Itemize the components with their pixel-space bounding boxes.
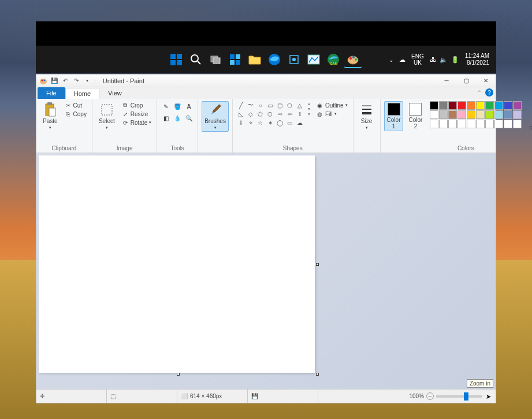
- shape-4star[interactable]: ✧: [246, 118, 255, 127]
- pencil-tool[interactable]: ✎: [161, 101, 171, 112]
- canvas-area[interactable]: [36, 153, 496, 389]
- zoom-out-button[interactable]: −: [426, 392, 434, 400]
- task-view-icon[interactable]: [207, 51, 224, 68]
- zoom-slider-thumb[interactable]: [464, 392, 468, 401]
- palette-color[interactable]: [494, 120, 503, 128]
- shape-callout-round[interactable]: ◯: [276, 118, 285, 127]
- palette-color[interactable]: [476, 101, 485, 110]
- shape-curve[interactable]: 〜: [246, 101, 255, 109]
- palette-color[interactable]: [467, 101, 475, 110]
- battery-icon[interactable]: 🔋: [451, 56, 459, 64]
- start-button[interactable]: [168, 51, 185, 68]
- shapes-scroll-up[interactable]: ▴: [308, 101, 310, 106]
- app-icon-2[interactable]: [305, 51, 322, 68]
- shape-polygon[interactable]: ⬠: [285, 101, 295, 109]
- palette-color[interactable]: [494, 110, 503, 119]
- select-button[interactable]: Select ▾: [96, 101, 118, 132]
- resize-handle-right[interactable]: [316, 263, 319, 266]
- shape-rect[interactable]: ▭: [266, 101, 275, 109]
- tab-view[interactable]: View: [99, 87, 131, 99]
- color2-button[interactable]: Color 2: [405, 101, 425, 131]
- palette-color[interactable]: [476, 110, 485, 119]
- cut-button[interactable]: ✂ Cut: [63, 101, 88, 109]
- save-icon[interactable]: 💾: [50, 76, 59, 86]
- shape-triangle[interactable]: △: [295, 101, 304, 109]
- shapes-scroll-down[interactable]: ▾: [308, 106, 310, 112]
- palette-color[interactable]: [485, 110, 494, 119]
- qat-dropdown-icon[interactable]: ▾: [83, 76, 92, 86]
- copy-button[interactable]: ⎘ Copy: [63, 110, 88, 118]
- palette-color[interactable]: [513, 110, 522, 119]
- rotate-button[interactable]: ⟳ Rotate ▾: [120, 118, 153, 127]
- file-explorer-icon[interactable]: [246, 51, 263, 68]
- tab-file[interactable]: File: [38, 87, 65, 99]
- shape-roundrect[interactable]: ▢: [276, 101, 285, 109]
- palette-color[interactable]: [504, 120, 512, 128]
- shape-oval[interactable]: ○: [256, 101, 265, 109]
- palette-color[interactable]: [439, 120, 448, 128]
- help-icon[interactable]: ?: [485, 88, 493, 97]
- fill-tool[interactable]: 🪣: [172, 101, 183, 112]
- shapes-expand-icon[interactable]: ▾: [308, 112, 310, 117]
- shape-callout-cloud[interactable]: ☁: [295, 118, 304, 127]
- network-icon[interactable]: 🖧: [430, 56, 436, 63]
- shape-rarrow[interactable]: ⇨: [276, 110, 285, 118]
- shape-rtriangle[interactable]: ◺: [236, 110, 245, 118]
- palette-color[interactable]: [485, 101, 494, 110]
- resize-button[interactable]: ⤢ Resize: [120, 110, 153, 118]
- palette-color[interactable]: [448, 101, 457, 110]
- brushes-button[interactable]: Brushes ▾: [202, 101, 229, 132]
- redo-icon[interactable]: ↷: [72, 76, 81, 86]
- size-button[interactable]: Size ▾: [357, 101, 377, 132]
- palette-color[interactable]: [504, 110, 512, 119]
- palette-color[interactable]: [476, 120, 485, 128]
- shape-line[interactable]: ╱: [236, 101, 245, 109]
- edge-canary-icon[interactable]: CAN: [325, 51, 342, 68]
- palette-color[interactable]: [439, 101, 448, 110]
- color1-button[interactable]: Color 1: [384, 101, 404, 131]
- palette-color[interactable]: [467, 120, 475, 128]
- paste-button[interactable]: Paste ▾: [40, 101, 61, 132]
- shapes-gallery[interactable]: ╱ 〜 ○ ▭ ▢ ⬠ △ ◺ ◇ ⬠ ⬡ ⇨ ⇦ ⇧ ⇩ ✧ ☆: [236, 101, 304, 127]
- tab-home[interactable]: Home: [65, 88, 99, 99]
- edit-colors-button[interactable]: Edit colors: [526, 101, 532, 132]
- cloud-icon[interactable]: ☁: [399, 56, 405, 64]
- resize-handle-bottom[interactable]: [177, 373, 180, 376]
- shape-darrow[interactable]: ⇩: [236, 118, 245, 127]
- picker-tool[interactable]: 💧: [172, 113, 183, 123]
- shape-uarrow[interactable]: ⇧: [295, 110, 304, 118]
- resize-handle-corner[interactable]: [316, 373, 319, 376]
- palette-color[interactable]: [448, 120, 457, 128]
- palette-color[interactable]: [439, 110, 448, 119]
- crop-button[interactable]: ⧉ Crop: [120, 101, 153, 109]
- palette-color[interactable]: [457, 101, 466, 110]
- eraser-tool[interactable]: ◧: [161, 113, 171, 123]
- palette-color[interactable]: [448, 110, 457, 119]
- magnifier-tool[interactable]: 🔍: [184, 113, 194, 123]
- shape-5star[interactable]: ☆: [256, 118, 265, 127]
- maximize-button[interactable]: ▢: [456, 75, 476, 87]
- palette-color[interactable]: [513, 120, 522, 128]
- palette-color[interactable]: [485, 120, 494, 128]
- shape-6star[interactable]: ✶: [266, 118, 275, 127]
- chevron-up-icon[interactable]: ⌄: [389, 57, 393, 63]
- palette-color[interactable]: [430, 110, 438, 119]
- paint-app-icon[interactable]: [39, 76, 48, 86]
- app-icon-1[interactable]: [285, 51, 303, 68]
- search-icon[interactable]: [187, 51, 204, 68]
- text-tool[interactable]: A: [184, 101, 194, 112]
- shape-larrow[interactable]: ⇦: [285, 110, 295, 118]
- collapse-ribbon-icon[interactable]: ⌃: [477, 90, 482, 95]
- palette-color[interactable]: [457, 120, 466, 128]
- palette-color[interactable]: [494, 101, 503, 110]
- shape-callout-rect[interactable]: ▭: [285, 118, 295, 127]
- volume-icon[interactable]: 🔈: [440, 56, 448, 64]
- undo-icon[interactable]: ↶: [61, 76, 70, 86]
- palette-color[interactable]: [457, 110, 466, 119]
- minimize-button[interactable]: ─: [437, 75, 456, 87]
- language-indicator[interactable]: ENG UK: [411, 53, 424, 66]
- palette-color[interactable]: [504, 101, 512, 110]
- widgets-icon[interactable]: [226, 51, 244, 68]
- canvas[interactable]: [39, 155, 315, 373]
- paint-taskbar-icon[interactable]: [344, 51, 362, 68]
